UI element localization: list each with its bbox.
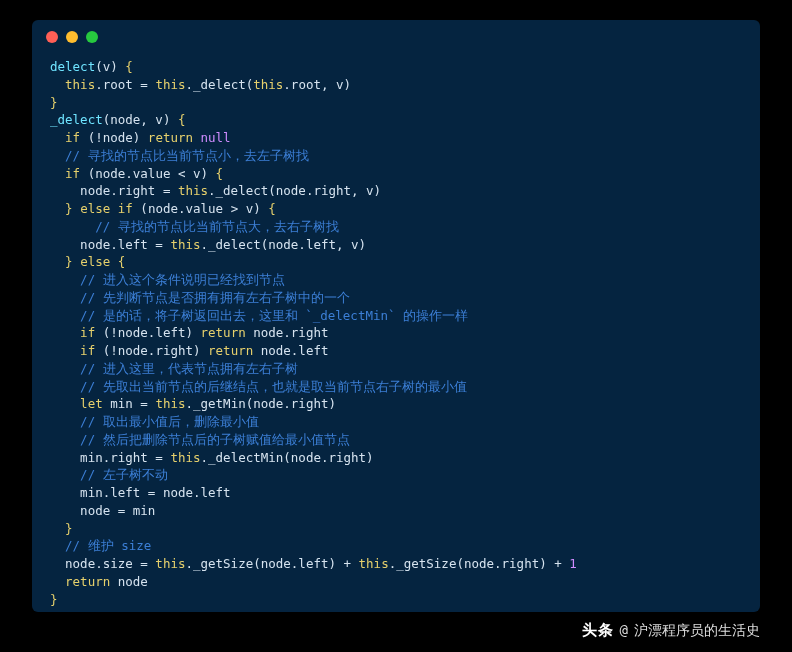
code-token: (!node) bbox=[80, 130, 148, 145]
code-token: (!node.left) bbox=[95, 325, 200, 340]
code-line: if (!node) return null bbox=[50, 129, 742, 147]
code-token bbox=[50, 538, 65, 553]
code-line: this.root = this._delect(this.root, v) bbox=[50, 76, 742, 94]
code-token: 1 bbox=[569, 556, 577, 571]
code-token: this bbox=[170, 450, 200, 465]
code-token: return bbox=[148, 130, 193, 145]
code-line: node.left = this._delect(node.left, v) bbox=[50, 236, 742, 254]
code-token: min = bbox=[103, 396, 156, 411]
code-token: null bbox=[201, 130, 231, 145]
code-token: // 进入这个条件说明已经找到节点 bbox=[80, 272, 285, 287]
code-token bbox=[50, 272, 80, 287]
code-line: } else { bbox=[50, 253, 742, 271]
code-token: _delect bbox=[50, 112, 103, 127]
code-token bbox=[50, 432, 80, 447]
code-token bbox=[50, 219, 95, 234]
code-token: ._getMin(node.right) bbox=[185, 396, 336, 411]
code-line: // 取出最小值后，删除最小值 bbox=[50, 413, 742, 431]
code-token: min.right = bbox=[50, 450, 170, 465]
code-token bbox=[50, 308, 80, 323]
close-icon[interactable] bbox=[46, 31, 58, 43]
code-token bbox=[110, 201, 118, 216]
code-token: if bbox=[65, 130, 80, 145]
code-token bbox=[50, 379, 80, 394]
code-token: this bbox=[65, 77, 95, 92]
code-token: // 先判断节点是否拥有拥有左右子树中的一个 bbox=[80, 290, 350, 305]
code-token: { bbox=[125, 59, 133, 74]
watermark: 头条 @ 沪漂程序员的生活史 bbox=[582, 621, 760, 640]
code-token bbox=[50, 343, 80, 358]
code-token: ._delect(node.right, v) bbox=[208, 183, 381, 198]
code-window: delect(v) { this.root = this._delect(thi… bbox=[32, 20, 760, 612]
code-token: node.left bbox=[253, 343, 328, 358]
code-line: // 寻找的节点比当前节点小，去左子树找 bbox=[50, 147, 742, 165]
code-line: // 然后把删除节点后的子树赋值给最小值节点 bbox=[50, 431, 742, 449]
code-token: this bbox=[178, 183, 208, 198]
code-token bbox=[73, 201, 81, 216]
code-token bbox=[50, 521, 65, 536]
code-token: this bbox=[359, 556, 389, 571]
code-token: ._getSize(node.right) + bbox=[389, 556, 570, 571]
code-token: } bbox=[50, 95, 58, 110]
code-token: if bbox=[118, 201, 133, 216]
code-token: return bbox=[208, 343, 253, 358]
code-token: (node, v) bbox=[103, 112, 178, 127]
code-token: ._delectMin(node.right) bbox=[201, 450, 374, 465]
code-token: } bbox=[65, 521, 73, 536]
code-token bbox=[50, 325, 80, 340]
code-line: // 先取出当前节点的后继结点，也就是取当前节点右子树的最小值 bbox=[50, 378, 742, 396]
code-token bbox=[50, 130, 65, 145]
code-line: // 维护 size bbox=[50, 537, 742, 555]
code-token: { bbox=[268, 201, 276, 216]
code-token bbox=[50, 290, 80, 305]
code-line: // 进入这里，代表节点拥有左右子树 bbox=[50, 360, 742, 378]
code-token bbox=[50, 254, 65, 269]
code-line: node.right = this._delect(node.right, v) bbox=[50, 182, 742, 200]
code-line: node = min bbox=[50, 502, 742, 520]
code-block: delect(v) { this.root = this._delect(thi… bbox=[32, 54, 760, 626]
code-token: return bbox=[65, 574, 110, 589]
code-token: node bbox=[110, 574, 148, 589]
code-line: delect(v) { bbox=[50, 58, 742, 76]
code-token: this bbox=[155, 396, 185, 411]
code-token: ._delect( bbox=[186, 77, 254, 92]
code-token: if bbox=[80, 325, 95, 340]
code-token: node.size = bbox=[50, 556, 155, 571]
code-token: // 左子树不动 bbox=[80, 467, 168, 482]
code-line: if (node.value < v) { bbox=[50, 165, 742, 183]
code-line: node.size = this._getSize(node.left) + t… bbox=[50, 555, 742, 573]
code-line: min.right = this._delectMin(node.right) bbox=[50, 449, 742, 467]
code-token: ._getSize(node.left) + bbox=[185, 556, 358, 571]
code-token: min.left = node.left bbox=[50, 485, 231, 500]
code-line: let min = this._getMin(node.right) bbox=[50, 395, 742, 413]
code-token: // 然后把删除节点后的子树赋值给最小值节点 bbox=[80, 432, 350, 447]
at-symbol: @ bbox=[620, 622, 628, 638]
code-token: (v) bbox=[95, 59, 125, 74]
code-token bbox=[50, 361, 80, 376]
code-token: node = min bbox=[50, 503, 155, 518]
code-token: node.right bbox=[246, 325, 329, 340]
code-token: this bbox=[253, 77, 283, 92]
code-token bbox=[73, 254, 81, 269]
code-token: // 维护 size bbox=[65, 538, 151, 553]
code-line: // 寻找的节点比当前节点大，去右子树找 bbox=[50, 218, 742, 236]
code-token: this bbox=[170, 237, 200, 252]
code-token: // 取出最小值后，删除最小值 bbox=[80, 414, 259, 429]
code-token: // 是的话，将子树返回出去，这里和 `_delectMin` 的操作一样 bbox=[80, 308, 468, 323]
code-line: } bbox=[50, 520, 742, 538]
code-token: node.right = bbox=[50, 183, 178, 198]
code-token: (!node.right) bbox=[95, 343, 208, 358]
code-token bbox=[50, 467, 80, 482]
code-token bbox=[50, 201, 65, 216]
window-titlebar bbox=[32, 20, 760, 54]
code-token: (node.value > v) bbox=[133, 201, 268, 216]
code-token: } bbox=[65, 201, 73, 216]
code-line: // 先判断节点是否拥有拥有左右子树中的一个 bbox=[50, 289, 742, 307]
maximize-icon[interactable] bbox=[86, 31, 98, 43]
code-line: min.left = node.left bbox=[50, 484, 742, 502]
code-token bbox=[50, 77, 65, 92]
code-token bbox=[193, 130, 201, 145]
code-token: // 寻找的节点比当前节点大，去右子树找 bbox=[95, 219, 339, 234]
minimize-icon[interactable] bbox=[66, 31, 78, 43]
code-token: delect bbox=[50, 59, 95, 74]
